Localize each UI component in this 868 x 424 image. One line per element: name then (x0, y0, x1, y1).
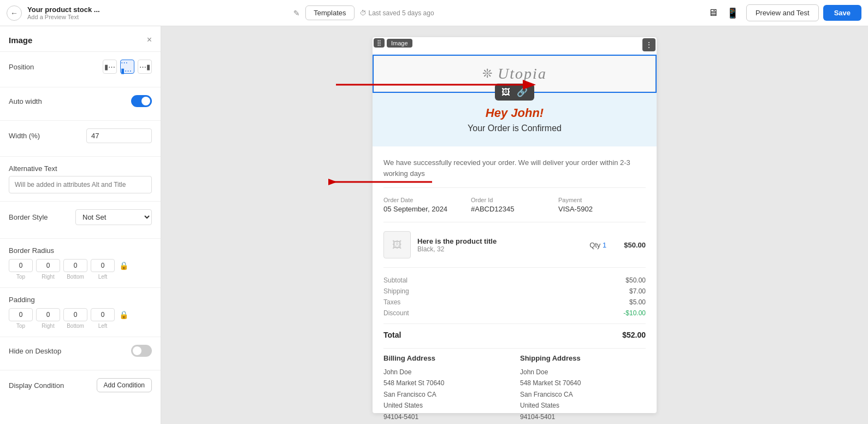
order-item: 🖼 Here is the product title Black, 32 Qt… (383, 231, 646, 268)
billing-title: Billing Address (383, 354, 509, 362)
payment-label: Payment (558, 197, 646, 203)
label-left: Left (91, 274, 115, 280)
canvas-area: ⣿ Image ⋮ ❊ Utopia 🖼 🔗 (161, 26, 868, 424)
discount-label: Discount (383, 309, 409, 317)
email-title: Your product stock ... (27, 5, 288, 14)
border-radius-label: Border Radius (9, 246, 152, 255)
billing-address: Billing Address John Doe 548 Market St 7… (383, 354, 509, 424)
border-radius-right[interactable] (36, 259, 60, 272)
hide-desktop-label: Hide on Desktop (9, 347, 61, 355)
shipping-country: United States (520, 400, 646, 411)
border-radius-top[interactable] (9, 259, 33, 272)
width-input[interactable] (86, 128, 152, 143)
email-greeting: Hey John! (383, 106, 646, 120)
shipping-zip: 94104-5401 (520, 411, 646, 422)
subtotal-row: Subtotal $50.00 (383, 276, 646, 284)
back-button[interactable]: ← (7, 5, 22, 21)
hide-desktop-section: Hide on Desktop (0, 337, 161, 370)
topbar: ← Your product stock ... Add a Preview T… (0, 0, 868, 26)
order-id-item: Order Id #ABCD12345 (471, 197, 558, 213)
product-image-icon: 🖼 (392, 239, 402, 251)
order-date-value: 05 September, 2024 (383, 205, 471, 213)
align-right-icon[interactable]: ⋯▮ (138, 60, 152, 74)
close-button[interactable]: × (147, 35, 152, 45)
alt-text-section: Alternative Text (0, 157, 161, 202)
label-right: Right (36, 274, 60, 280)
billing-city: San Francisco CA (383, 389, 509, 400)
border-radius-labels: Top Right Bottom Left (9, 274, 152, 280)
align-center-icon[interactable]: ⋯▮⋯ (120, 60, 134, 74)
total-row: Total $52.00 (383, 323, 646, 339)
shipping-address: Shipping Address John Doe 548 Market St … (520, 354, 646, 424)
padding-label-left: Left (91, 323, 115, 329)
hide-desktop-toggle[interactable] (131, 345, 152, 357)
border-radius-bottom[interactable] (63, 259, 87, 272)
border-style-section: Border Style Not Set Solid Dashed (0, 202, 161, 239)
auto-width-toggle[interactable] (131, 95, 152, 107)
border-radius-left[interactable] (91, 259, 115, 272)
desktop-icon[interactable]: 🖥 (706, 5, 720, 21)
preview-button[interactable]: Preview and Test (746, 4, 819, 21)
shipping-title: Shipping Address (520, 354, 646, 362)
billing-name: John Doe (383, 367, 509, 378)
main-layout: Image × Position ▮⋯ ⋯▮⋯ ⋯▮ Auto width (0, 26, 868, 424)
billing-zip: 94104-5401 (383, 411, 509, 422)
product-qty: Qty 1 (589, 241, 606, 249)
border-radius-section: Border Radius 🔒 Top Right Bottom Left (0, 239, 161, 288)
shipping-label: Shipping (383, 287, 409, 295)
padding-lock-icon[interactable]: 🔒 (119, 310, 128, 319)
payment-value: VISA-5902 (558, 205, 646, 213)
padding-left[interactable] (91, 308, 115, 321)
templates-button[interactable]: Templates (305, 5, 354, 20)
align-left-icon[interactable]: ▮⋯ (103, 60, 117, 74)
email-subheading: Your Order is Confirmed (383, 123, 646, 133)
border-radius-lock-icon[interactable]: 🔒 (119, 261, 128, 270)
mobile-icon[interactable]: 📱 (724, 5, 741, 21)
width-row: Width (%) (9, 128, 152, 143)
padding-top[interactable] (9, 308, 33, 321)
alt-text-label: Alternative Text (9, 164, 152, 173)
total-label: Total (383, 331, 401, 339)
padding-section: Padding 🔒 Top Right Bottom Left (0, 288, 161, 337)
discount-value: -$10.00 (623, 309, 646, 317)
product-title: Here is the product title (417, 237, 583, 245)
padding-bottom[interactable] (63, 308, 87, 321)
drag-handle[interactable]: ⣿ (374, 38, 385, 48)
arrow-left-annotation (328, 168, 438, 196)
left-panel: Image × Position ▮⋯ ⋯▮⋯ ⋯▮ Auto width (0, 26, 161, 424)
shipping-city: San Francisco CA (520, 389, 646, 400)
position-label: Position (9, 63, 34, 71)
alt-text-input[interactable] (9, 176, 152, 193)
billing-street: 548 Market St 70640 (383, 378, 509, 388)
block-more-icon[interactable]: ⋮ (642, 38, 656, 51)
payment-item: Payment VISA-5902 (558, 197, 646, 213)
position-row: Position ▮⋯ ⋯▮⋯ ⋯▮ (9, 60, 152, 74)
width-label: Width (%) (9, 132, 40, 140)
taxes-value: $5.00 (629, 298, 646, 306)
add-condition-button[interactable]: Add Condition (97, 378, 152, 392)
arrow-right-annotation (330, 71, 538, 98)
product-details: Here is the product title Black, 32 (417, 237, 583, 253)
shipping-name: John Doe (520, 367, 646, 378)
border-style-select[interactable]: Not Set Solid Dashed (75, 209, 152, 225)
address-section: Billing Address John Doe 548 Market St 7… (383, 348, 646, 424)
drag-icon: ⣿ (377, 39, 381, 46)
order-id-label: Order Id (471, 197, 558, 203)
padding-right[interactable] (36, 308, 60, 321)
order-id-value: #ABCD12345 (471, 205, 558, 213)
position-section: Position ▮⋯ ⋯▮⋯ ⋯▮ (0, 52, 161, 87)
saved-text: Last saved 5 days ago (369, 9, 434, 17)
padding-label: Padding (9, 296, 152, 304)
shipping-row: Shipping $7.00 (383, 287, 646, 295)
padding-inputs (9, 308, 115, 321)
edit-title-icon[interactable]: ✎ (293, 9, 300, 17)
auto-width-row: Auto width (9, 95, 152, 107)
padding-labels: Top Right Bottom Left (9, 323, 152, 329)
panel-title: Image (9, 36, 32, 45)
auto-width-label: Auto width (9, 97, 42, 105)
discount-row: Discount -$10.00 (383, 309, 646, 317)
save-button[interactable]: Save (823, 5, 861, 21)
device-toggle: 🖥 📱 (706, 5, 741, 21)
preview-text-label: Add a Preview Text (27, 14, 288, 20)
order-date-item: Order Date 05 September, 2024 (383, 197, 471, 213)
